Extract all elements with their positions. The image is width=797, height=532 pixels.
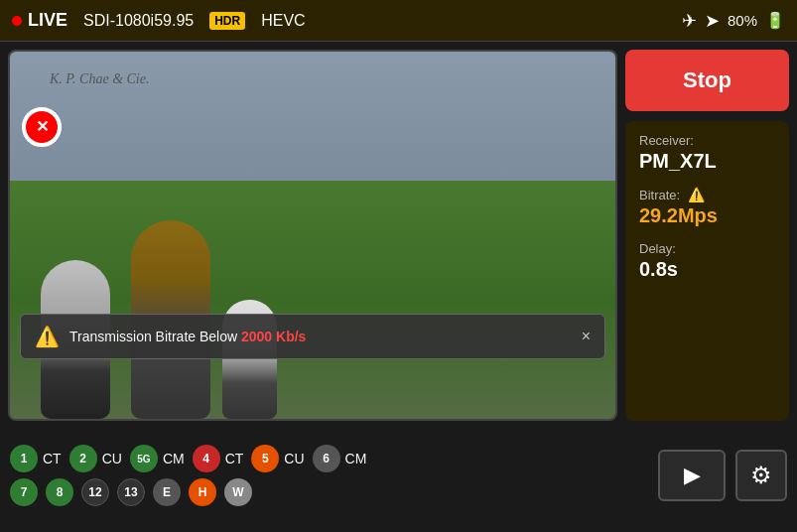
play-icon: ▶: [684, 463, 701, 488]
road-sign: [22, 107, 62, 147]
channel-label-6: CM: [345, 451, 367, 466]
warning-close-button[interactable]: ×: [582, 328, 591, 345]
delay-stat: Delay: 0.8s: [639, 241, 775, 281]
warning-text: Transmission Bitrate Below 2000 Kb/s: [69, 329, 572, 344]
codec-info: HEVC: [261, 12, 305, 30]
channel-item-5-cu[interactable]: 5 CU: [251, 445, 304, 472]
channel-list: 1 CT 2 CU 5G CM 4 CT 5 CU 6 CM: [10, 445, 648, 506]
channel-badge-h: H: [189, 478, 216, 506]
channel-badge-w: W: [224, 478, 252, 506]
bitrate-value: 29.2Mps: [639, 204, 775, 227]
channel-item-2-cu[interactable]: 2 CU: [69, 445, 122, 472]
warning-banner: ⚠️ Transmission Bitrate Below 2000 Kb/s …: [20, 314, 605, 359]
bitrate-label: Bitrate:: [639, 188, 680, 202]
channel-badge-e: E: [153, 478, 181, 506]
channel-item-6-cm[interactable]: 6 CM: [313, 445, 367, 472]
video-background: K. P. Chae & Cie.: [10, 52, 615, 419]
channel-label-2: CU: [102, 451, 122, 466]
scene-street: [10, 181, 615, 420]
signal-info: SDI-1080i59.95: [83, 12, 194, 30]
channel-item-e[interactable]: E: [153, 478, 181, 506]
channel-label-5g: CM: [163, 451, 185, 466]
video-preview: K. P. Chae & Cie. ⚠️ Transmission Bitrat…: [8, 50, 617, 421]
channel-label-4: CT: [225, 451, 244, 466]
channel-badge-4: 4: [193, 445, 220, 472]
navigation-icon: ➤: [705, 10, 720, 32]
channel-item-1-ct[interactable]: 1 CT: [10, 445, 62, 472]
bluetooth-icon: ✈: [682, 10, 697, 32]
bitrate-stat: Bitrate: ⚠️ 29.2Mps: [639, 187, 775, 227]
channel-badge-6: 6: [313, 445, 340, 472]
channel-item-5g-cm[interactable]: 5G CM: [130, 445, 185, 472]
channel-item-h[interactable]: H: [189, 478, 216, 506]
channel-label-5: CU: [284, 451, 304, 466]
channel-item-13[interactable]: 13: [117, 478, 145, 506]
settings-button[interactable]: ⚙: [735, 450, 787, 501]
channel-item-w[interactable]: W: [224, 478, 252, 506]
channel-badge-2: 2: [69, 445, 97, 472]
live-dot: [12, 16, 22, 26]
battery-icon: 🔋: [765, 11, 785, 30]
bottom-bar: 1 CT 2 CU 5G CM 4 CT 5 CU 6 CM: [0, 429, 797, 522]
header-right: ✈ ➤ 80% 🔋: [682, 10, 785, 32]
scene-building: K. P. Chae & Cie.: [10, 52, 615, 199]
channel-item-4-ct[interactable]: 4 CT: [193, 445, 244, 472]
channel-badge-12: 12: [81, 478, 109, 506]
warning-highlight: 2000 Kb/s: [241, 329, 306, 344]
channel-item-7[interactable]: 7: [10, 478, 38, 506]
live-indicator: LIVE: [12, 10, 67, 31]
play-button[interactable]: ▶: [658, 450, 726, 501]
main-content: K. P. Chae & Cie. ⚠️ Transmission Bitrat…: [0, 42, 797, 429]
right-panel: Stop Receiver: PM_X7L Bitrate: ⚠️ 29.2Mp…: [625, 50, 789, 421]
settings-icon: ⚙: [750, 462, 772, 489]
delay-value: 0.8s: [639, 258, 775, 281]
building-text: K. P. Chae & Cie.: [50, 71, 149, 87]
channel-badge-8: 8: [46, 478, 73, 506]
bitrate-warning-icon: ⚠️: [688, 187, 705, 202]
channel-badge-7: 7: [10, 478, 38, 506]
channel-item-8[interactable]: 8: [46, 478, 73, 506]
header-bar: LIVE SDI-1080i59.95 HDR HEVC ✈ ➤ 80% 🔋: [0, 0, 797, 42]
warning-icon: ⚠️: [35, 325, 60, 348]
receiver-label: Receiver:: [639, 133, 775, 148]
battery-level: 80%: [728, 12, 757, 29]
right-controls: ▶ ⚙: [658, 450, 787, 501]
channel-badge-1: 1: [10, 445, 38, 472]
channel-badge-13: 13: [117, 478, 145, 506]
stats-panel: Receiver: PM_X7L Bitrate: ⚠️ 29.2Mps Del…: [625, 121, 789, 421]
channel-row-2: 7 8 12 13 E H W: [10, 478, 648, 506]
live-label: LIVE: [28, 10, 67, 31]
hdr-badge: HDR: [209, 12, 245, 30]
channel-badge-5: 5: [251, 445, 279, 472]
channel-label-1: CT: [43, 451, 62, 466]
delay-label: Delay:: [639, 241, 775, 256]
stop-button[interactable]: Stop: [625, 50, 789, 111]
receiver-stat: Receiver: PM_X7L: [639, 133, 775, 173]
receiver-value: PM_X7L: [639, 150, 775, 173]
channel-item-12[interactable]: 12: [81, 478, 109, 506]
channel-row-1: 1 CT 2 CU 5G CM 4 CT 5 CU 6 CM: [10, 445, 648, 472]
channel-badge-5g: 5G: [130, 445, 158, 472]
